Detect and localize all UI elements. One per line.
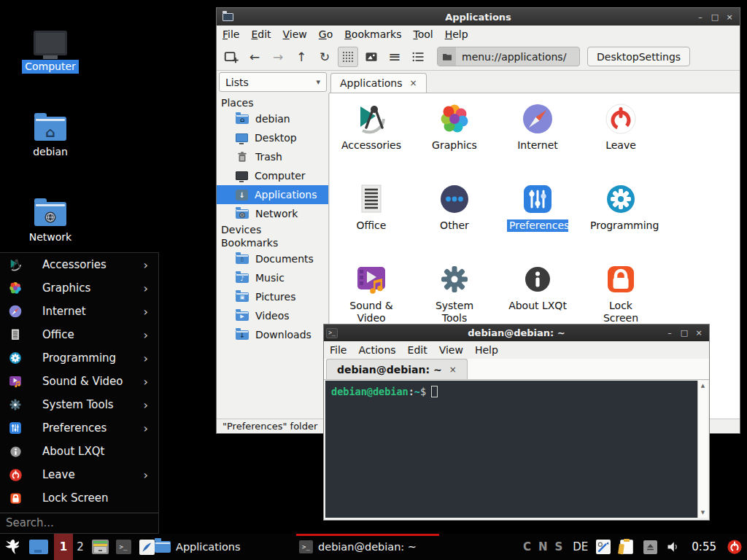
sidebar-item-network[interactable]: Network xyxy=(217,204,328,223)
workspace-1-button[interactable]: 1 xyxy=(54,534,73,560)
menu-actions[interactable]: Actions xyxy=(352,344,401,356)
terminal-scrollbar[interactable]: ▲ ▼ xyxy=(697,381,708,518)
desktop-settings-button[interactable]: DesktopSettings xyxy=(587,47,690,66)
quicklaunch-file-manager[interactable] xyxy=(89,534,111,560)
search-input[interactable] xyxy=(0,513,158,532)
desktop-icon-home-folder[interactable]: ⌂ debian xyxy=(15,101,86,159)
menu-tool[interactable]: Tool xyxy=(407,28,438,40)
up-icon[interactable]: ↑ xyxy=(291,47,311,67)
path-text[interactable]: menu://applications/ xyxy=(456,51,572,63)
file-manager-icon xyxy=(92,540,109,554)
about-icon xyxy=(520,262,555,297)
terminal-screen[interactable]: debian@debian:~$ xyxy=(325,381,697,518)
app-category-graphics[interactable]: Graphics xyxy=(413,98,496,179)
workspace-2-button[interactable]: 2 xyxy=(73,534,88,560)
terminal-titlebar[interactable]: >_ debian@debian: ~ – □ × xyxy=(324,324,709,341)
maximize-icon[interactable]: □ xyxy=(678,328,690,338)
sidebar-item-downloads[interactable]: ↓Downloads xyxy=(217,325,328,344)
task-button-terminal[interactable]: >_ debian@debian: ~ xyxy=(296,534,439,560)
app-category-office[interactable]: Office xyxy=(330,179,413,259)
menu-item-sound-video[interactable]: Sound & Video› xyxy=(0,370,158,393)
menu-bookmarks[interactable]: Bookmarks xyxy=(338,28,407,40)
tab-close-icon[interactable]: × xyxy=(410,78,417,88)
screenshot-tray-icon[interactable] xyxy=(595,539,611,555)
tab-applications[interactable]: Applications × xyxy=(330,73,427,93)
app-category-preferences[interactable]: Preferences xyxy=(496,179,579,259)
clock[interactable]: 0:55 xyxy=(692,540,716,553)
lock-screen-icon xyxy=(7,490,23,506)
volume-tray-icon[interactable] xyxy=(665,539,681,555)
menu-item-internet[interactable]: Internet› xyxy=(0,300,158,323)
menu-file[interactable]: File xyxy=(324,344,352,356)
scroll-up-icon[interactable]: ▲ xyxy=(701,383,705,389)
sidebar-mode-combo[interactable]: Lists ▾ xyxy=(219,72,327,92)
reload-icon[interactable]: ↻ xyxy=(314,47,335,67)
terminal-tab[interactable]: debian@debian: ~ × xyxy=(326,359,468,379)
menu-item-office[interactable]: Office› xyxy=(0,323,158,346)
sound-video-icon xyxy=(354,262,389,297)
app-category-leave[interactable]: Leave xyxy=(579,98,662,179)
close-icon[interactable]: × xyxy=(693,328,705,338)
about-icon xyxy=(7,443,23,459)
fm-titlebar[interactable]: Applications – □ × xyxy=(217,8,740,26)
app-category-other[interactable]: Other xyxy=(413,179,496,259)
menu-item-preferences[interactable]: Preferences› xyxy=(0,416,158,440)
menu-view[interactable]: View xyxy=(433,344,469,356)
menu-view[interactable]: View xyxy=(277,28,313,40)
minimize-icon[interactable]: – xyxy=(664,328,676,338)
power-button[interactable] xyxy=(727,539,743,555)
task-button-applications[interactable]: Applications xyxy=(152,534,295,560)
forward-icon[interactable]: → xyxy=(268,47,288,67)
sidebar-item-videos[interactable]: ▶Videos xyxy=(217,306,328,325)
menu-help[interactable]: Help xyxy=(469,344,504,356)
menu-item-graphics[interactable]: Graphics› xyxy=(0,276,158,300)
quicklaunch-terminal[interactable]: >_ xyxy=(112,534,134,560)
sidebar-item-music[interactable]: ♪Music xyxy=(217,268,328,287)
menu-item-about-lxqt[interactable]: About LXQt xyxy=(0,440,158,463)
scroll-down-icon[interactable]: ▼ xyxy=(698,510,708,516)
sidebar-item-trash[interactable]: Trash xyxy=(217,147,328,166)
app-category-accessories[interactable]: Accessories xyxy=(330,98,413,179)
sidebar-item-home[interactable]: ⌂debian xyxy=(217,109,328,128)
menu-item-lock-screen[interactable]: Lock Screen xyxy=(0,486,158,510)
accessories-icon xyxy=(7,257,23,273)
places-header: Places xyxy=(217,96,328,109)
sidebar-item-documents[interactable]: ▯Documents xyxy=(217,249,328,268)
sidebar-item-computer[interactable]: Computer xyxy=(217,166,328,185)
app-category-programming[interactable]: Programming xyxy=(579,179,662,259)
menu-edit[interactable]: Edit xyxy=(245,28,276,40)
sidebar-item-desktop[interactable]: Desktop xyxy=(217,128,328,147)
menu-edit[interactable]: Edit xyxy=(402,344,433,356)
menu-go[interactable]: Go xyxy=(313,28,338,40)
path-bar[interactable]: menu://applications/ xyxy=(437,47,580,66)
sidebar-item-pictures[interactable]: ▣Pictures xyxy=(217,287,328,306)
desktop-icon-computer[interactable]: Computer xyxy=(15,16,86,74)
menu-file[interactable]: File xyxy=(217,28,245,40)
show-desktop-button[interactable] xyxy=(29,540,48,554)
eject-tray-icon[interactable] xyxy=(642,539,658,555)
compact-view-icon[interactable]: ≡ xyxy=(384,47,405,67)
menu-item-accessories[interactable]: Accessories› xyxy=(0,253,158,276)
menu-item-programming[interactable]: Programming› xyxy=(0,346,158,370)
thumbnail-view-icon[interactable] xyxy=(361,47,382,67)
tab-close-icon[interactable]: × xyxy=(449,365,457,375)
app-category-internet[interactable]: Internet xyxy=(496,98,579,179)
maximize-icon[interactable]: □ xyxy=(709,12,721,22)
close-icon[interactable]: × xyxy=(724,12,735,22)
menu-item-system-tools[interactable]: System Tools› xyxy=(0,393,158,416)
menu-item-leave[interactable]: Leave› xyxy=(0,463,158,486)
programming-icon xyxy=(603,182,638,217)
new-tab-icon[interactable] xyxy=(221,47,241,67)
minimize-icon[interactable]: – xyxy=(694,12,706,22)
desktop-icon-network[interactable]: Network xyxy=(15,187,86,244)
back-icon[interactable]: ← xyxy=(244,47,265,67)
submenu-chevron-icon: › xyxy=(144,305,151,319)
submenu-chevron-icon: › xyxy=(144,375,151,389)
start-menu-button[interactable] xyxy=(0,534,25,560)
clipboard-tray-icon[interactable] xyxy=(619,539,635,555)
sidebar-item-applications[interactable]: ↓Applications xyxy=(217,185,328,204)
keyboard-layout-indicator[interactable]: DE xyxy=(573,540,588,553)
detailed-list-icon[interactable] xyxy=(408,47,428,67)
menu-help[interactable]: Help xyxy=(439,28,474,40)
icon-view-toggle[interactable] xyxy=(338,47,358,67)
